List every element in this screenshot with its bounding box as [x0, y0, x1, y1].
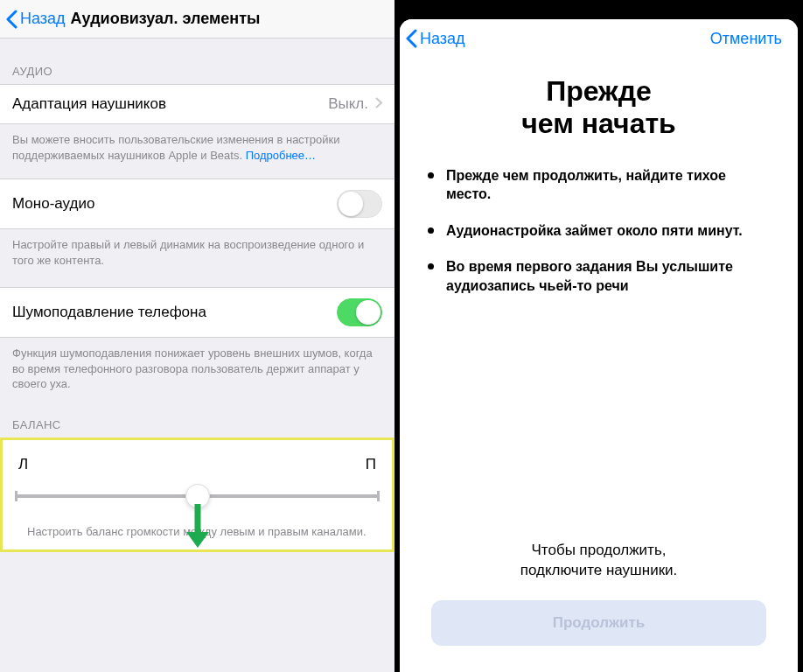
- modal-back-button[interactable]: Назад: [405, 29, 465, 48]
- mono-audio-label: Моно-аудио: [12, 195, 94, 213]
- toggle-knob: [339, 192, 363, 216]
- noise-cancel-label: Шумоподавление телефона: [12, 304, 206, 321]
- more-link[interactable]: Подробнее…: [246, 149, 316, 162]
- modal-title: Прежде чем начать: [422, 75, 775, 140]
- continue-button[interactable]: Продолжить: [431, 600, 766, 646]
- modal-nav: Назад Отменить: [400, 19, 798, 58]
- instructions-list: Прежде чем продолжить, найдите тихое мес…: [422, 166, 775, 313]
- balance-slider-block: Л П Настроить баланс громкости между лев…: [0, 438, 395, 553]
- cell-mono-audio[interactable]: Моно-аудио: [0, 178, 395, 229]
- cell-value: Выкл.: [328, 95, 368, 113]
- mono-audio-toggle[interactable]: [337, 190, 382, 218]
- instruction-item: Аудионастройка займет около пяти минут.: [428, 221, 770, 241]
- noise-cancel-toggle[interactable]: [337, 298, 382, 326]
- chevron-right-icon: [375, 96, 382, 112]
- section-header-audio: АУДИО: [0, 38, 395, 84]
- cell-noise-cancel[interactable]: Шумоподавление телефона: [0, 287, 395, 338]
- headphone-footer: Вы можете вносить пользовательские измен…: [0, 124, 395, 163]
- back-button[interactable]: Назад: [5, 10, 66, 29]
- balance-right-label: П: [366, 456, 376, 473]
- onboarding-modal: Назад Отменить Прежде чем начать Прежде …: [400, 19, 798, 672]
- slider-thumb[interactable]: [185, 484, 210, 508]
- cell-label: Адаптация наушников: [12, 95, 166, 113]
- balance-left-label: Л: [18, 456, 28, 473]
- cancel-button[interactable]: Отменить: [710, 30, 793, 48]
- noise-footer: Функция шумоподавления понижает уровень …: [0, 338, 395, 392]
- toggle-knob: [356, 300, 381, 325]
- mono-footer: Настройте правый и левый динамик на восп…: [0, 229, 395, 268]
- chevron-left-icon: [405, 29, 417, 48]
- modal-back-label: Назад: [420, 30, 465, 48]
- nav-bar: Назад Аудиовизуал. элементы: [0, 0, 395, 38]
- connect-headphones-hint: Чтобы продолжить, подключите наушники.: [431, 541, 766, 581]
- cell-headphone-accommodations[interactable]: Адаптация наушников Выкл.: [0, 84, 395, 124]
- balance-footer: Настроить баланс громкости между левым и…: [15, 515, 380, 540]
- instruction-item: Во время первого задания Вы услышите ауд…: [428, 257, 770, 295]
- instruction-item: Прежде чем продолжить, найдите тихое мес…: [428, 166, 770, 204]
- section-header-balance: БАЛАНС: [0, 392, 395, 438]
- balance-slider[interactable]: [15, 477, 380, 515]
- back-label: Назад: [20, 10, 66, 28]
- chevron-left-icon: [5, 10, 17, 29]
- page-title: Аудиовизуал. элементы: [71, 10, 261, 28]
